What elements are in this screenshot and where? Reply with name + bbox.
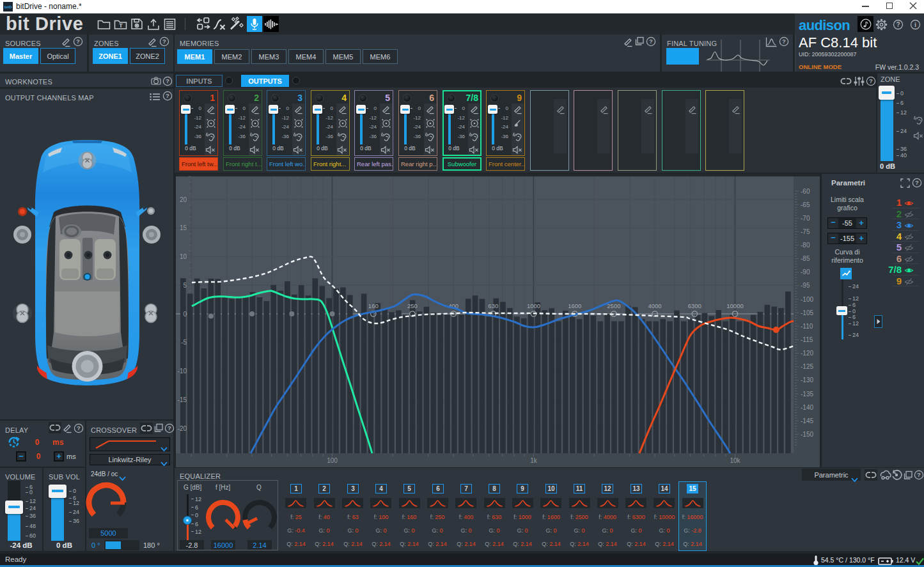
svg-text:-20: -20 bbox=[178, 425, 187, 432]
svg-text:T: T bbox=[119, 22, 123, 29]
svg-text:15: 15 bbox=[180, 224, 187, 231]
svg-text:630: 630 bbox=[488, 302, 498, 309]
svg-text:10000: 10000 bbox=[726, 302, 743, 309]
svg-text:-105: -105 bbox=[801, 309, 813, 316]
svg-text:?: ? bbox=[896, 21, 900, 28]
svg-text:-70: -70 bbox=[801, 215, 810, 222]
svg-text:-95: -95 bbox=[801, 282, 810, 289]
svg-text:10k: 10k bbox=[730, 457, 740, 464]
svg-text:?: ? bbox=[649, 38, 653, 45]
svg-text:?: ? bbox=[76, 38, 80, 45]
svg-text:4000: 4000 bbox=[648, 302, 662, 309]
svg-text:-80: -80 bbox=[801, 242, 810, 249]
svg-text:-140: -140 bbox=[801, 404, 813, 411]
svg-text:20: 20 bbox=[180, 196, 187, 203]
svg-text:160: 160 bbox=[368, 302, 379, 309]
svg-text:-75: -75 bbox=[801, 228, 810, 235]
svg-text:1k: 1k bbox=[530, 457, 538, 464]
svg-text:?: ? bbox=[162, 38, 166, 45]
svg-text:?: ? bbox=[77, 424, 81, 431]
svg-text:5: 5 bbox=[183, 282, 187, 289]
svg-text:-85: -85 bbox=[801, 255, 810, 262]
svg-text:1000: 1000 bbox=[527, 302, 540, 309]
svg-text:-65: -65 bbox=[801, 201, 810, 208]
svg-text:?: ? bbox=[782, 38, 786, 45]
svg-text:-130: -130 bbox=[801, 377, 813, 384]
svg-text:-60: -60 bbox=[801, 188, 810, 195]
svg-text:?: ? bbox=[168, 424, 171, 431]
svg-text:?: ? bbox=[915, 179, 919, 186]
svg-text:-100: -100 bbox=[801, 296, 813, 303]
svg-text:i: i bbox=[914, 21, 916, 28]
svg-text:-150: -150 bbox=[801, 431, 813, 438]
svg-text:6300: 6300 bbox=[688, 302, 701, 309]
svg-text:10: 10 bbox=[180, 253, 187, 260]
svg-text:-115: -115 bbox=[801, 336, 813, 343]
svg-text:0: 0 bbox=[183, 311, 187, 318]
svg-text:-135: -135 bbox=[801, 391, 813, 398]
svg-text:-125: -125 bbox=[801, 363, 813, 370]
svg-text:?: ? bbox=[166, 77, 169, 84]
svg-text:-120: -120 bbox=[801, 350, 813, 357]
svg-text:?: ? bbox=[869, 77, 873, 84]
svg-text:-90: -90 bbox=[801, 268, 810, 276]
svg-text:-110: -110 bbox=[801, 323, 813, 330]
svg-text:250: 250 bbox=[407, 302, 418, 309]
svg-text:-145: -145 bbox=[801, 417, 813, 424]
svg-text:-5: -5 bbox=[181, 339, 187, 346]
svg-text:?: ? bbox=[917, 471, 921, 478]
svg-text:100: 100 bbox=[327, 457, 338, 464]
svg-text:-15: -15 bbox=[178, 396, 187, 403]
svg-text:-10: -10 bbox=[178, 368, 187, 375]
svg-text:1600: 1600 bbox=[568, 302, 581, 309]
svg-text:?: ? bbox=[166, 92, 169, 99]
